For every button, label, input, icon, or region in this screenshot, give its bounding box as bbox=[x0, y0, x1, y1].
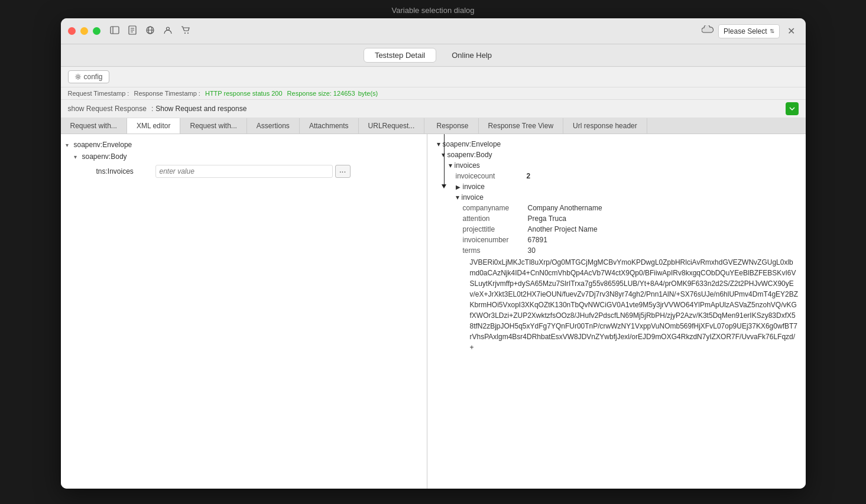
resp-envelope: ▾ soapenv:Envelope bbox=[434, 139, 799, 149]
chevron-right-invoice[interactable]: ▶ bbox=[456, 184, 460, 190]
request-timestamp-label: Request Timestamp : bbox=[68, 90, 129, 97]
resp-companyname-key: companyname bbox=[463, 204, 528, 212]
resp-invoice-expanded: ▾ invoice bbox=[456, 192, 799, 203]
show-request-bar: show Request Response : Show Request and… bbox=[61, 100, 806, 118]
please-select-dropdown[interactable]: Please Select ⇅ bbox=[718, 24, 779, 38]
tab-request-with-1[interactable]: Request with... bbox=[61, 118, 127, 134]
show-request-toggle[interactable] bbox=[786, 102, 799, 115]
titlebar: Please Select ⇅ ✕ bbox=[61, 18, 806, 44]
vertical-arrow-line bbox=[444, 134, 445, 186]
page-title: Variable selection dialog bbox=[0, 0, 866, 18]
left-panel: Editable element ▾ soapenv:Envelope ▾ so… bbox=[61, 134, 427, 489]
resp-long-text: JVBERi0xLjMKJcTl8uXrp/Og0MTGCjMgMCBvYmoK… bbox=[470, 257, 799, 353]
tab-urlrequest[interactable]: URLRequest... bbox=[359, 118, 425, 134]
response-size: Response size: 124653 byte(s) bbox=[287, 90, 378, 97]
vertical-arrow-head bbox=[442, 184, 446, 188]
right-tabs: Response Response Tree View Url response… bbox=[427, 118, 806, 134]
chevron-up-down-icon: ⇅ bbox=[770, 28, 774, 34]
resp-terms-key: terms bbox=[463, 246, 528, 255]
sidebar-icon[interactable] bbox=[110, 25, 119, 37]
body-label: soapenv:Body bbox=[82, 152, 127, 161]
tab-url-response-header[interactable]: Url response header bbox=[563, 118, 647, 134]
tab-attachments[interactable]: Attachments bbox=[300, 118, 359, 134]
http-status: HTTP response status 200 bbox=[205, 90, 283, 97]
tab-request-with-2[interactable]: Request with... bbox=[180, 118, 246, 134]
config-icon bbox=[74, 73, 82, 80]
tab-assertions[interactable]: Assertions bbox=[247, 118, 300, 134]
svg-point-9 bbox=[166, 27, 169, 30]
resp-projecttitle: projecttitle Another Project Name bbox=[463, 224, 799, 235]
show-request-separator: : bbox=[151, 105, 153, 113]
resp-companyname-val: Company Anothername bbox=[528, 204, 602, 212]
tab-teststep-detail[interactable]: Teststep Detail bbox=[364, 48, 436, 63]
resp-invoices-label: invoices bbox=[455, 161, 480, 170]
field-name-invoices: tns:Invoices bbox=[96, 167, 155, 175]
resp-attention: attention Prega Truca bbox=[463, 213, 799, 224]
person-icon[interactable] bbox=[163, 25, 173, 37]
resp-terms-val: 30 bbox=[528, 246, 536, 255]
resp-attention-key: attention bbox=[463, 214, 528, 223]
resp-companyname: companyname Company Anothername bbox=[463, 203, 799, 213]
resp-projecttitle-val: Another Project Name bbox=[528, 225, 598, 233]
resp-invoicecount-val: 2 bbox=[527, 172, 531, 180]
chevron-down-invoice[interactable]: ▾ bbox=[456, 193, 459, 201]
tab-online-help[interactable]: Online Help bbox=[441, 48, 502, 62]
resp-invoicenumber-key: invoicenumber bbox=[463, 236, 528, 244]
resp-terms: terms 30 bbox=[463, 245, 799, 256]
response-timestamp-label: Response Timestamp : bbox=[134, 90, 200, 97]
config-label: config bbox=[84, 73, 103, 81]
config-button[interactable]: config bbox=[68, 70, 109, 83]
field-dots-button[interactable]: ··· bbox=[335, 165, 351, 178]
resp-body: ▾ soapenv:Body bbox=[442, 149, 799, 160]
please-select-label: Please Select bbox=[724, 27, 767, 35]
tab-response-tree-view[interactable]: Response Tree View bbox=[479, 118, 564, 134]
resp-attention-val: Prega Truca bbox=[528, 214, 566, 223]
resp-invoice-expanded-label: invoice bbox=[462, 193, 484, 201]
svg-point-11 bbox=[187, 32, 189, 34]
chevron-resp-envelope[interactable]: ▾ bbox=[437, 140, 440, 148]
envelope-label: soapenv:Envelope bbox=[74, 141, 132, 149]
chevron-body[interactable]: ▾ bbox=[74, 154, 82, 160]
resp-invoicenumber: invoicenumber 67891 bbox=[463, 235, 799, 245]
minimize-traffic-light[interactable] bbox=[80, 27, 88, 35]
main-window: Editable element bbox=[61, 18, 806, 489]
notepad-icon[interactable] bbox=[128, 25, 137, 37]
titlebar-right: Please Select ⇅ ✕ bbox=[702, 24, 798, 38]
resp-invoices: ▾ invoices bbox=[449, 160, 799, 171]
resp-invoicenumber-val: 67891 bbox=[528, 236, 547, 244]
main-content: Editable element ▾ soapenv:Envelope ▾ so… bbox=[61, 134, 806, 489]
resp-invoicecount: invoicecount 2 bbox=[456, 171, 799, 181]
field-input-invoices[interactable] bbox=[155, 165, 333, 178]
maximize-traffic-light[interactable] bbox=[93, 27, 100, 35]
chevron-resp-invoices[interactable]: ▾ bbox=[449, 161, 452, 170]
close-traffic-light[interactable] bbox=[68, 27, 76, 35]
left-tabs: Request with... XML editor Request with.… bbox=[61, 118, 427, 134]
svg-rect-0 bbox=[111, 27, 119, 34]
resp-invoicecount-key: invoicecount bbox=[456, 172, 527, 180]
resp-body-label: soapenv:Body bbox=[447, 151, 492, 159]
tab-response[interactable]: Response bbox=[427, 118, 479, 134]
tree-body: ▾ soapenv:Body bbox=[61, 151, 427, 162]
chevron-envelope[interactable]: ▾ bbox=[66, 142, 74, 148]
tree-envelope: ▾ soapenv:Envelope bbox=[61, 139, 427, 151]
cloud-icon bbox=[702, 25, 713, 37]
cart-icon[interactable] bbox=[181, 25, 190, 37]
chevron-down-icon bbox=[789, 105, 796, 112]
svg-point-12 bbox=[77, 76, 79, 78]
tab-xml-editor[interactable]: XML editor bbox=[127, 118, 181, 134]
status-bar: Request Timestamp : Response Timestamp :… bbox=[61, 87, 806, 100]
tabs-container: Request with... XML editor Request with.… bbox=[61, 118, 806, 134]
right-panel: ▾ soapenv:Envelope ▾ soapenv:Body ▾ invo… bbox=[427, 134, 806, 489]
nav-tabs-bar: Teststep Detail Online Help bbox=[61, 44, 806, 67]
globe-icon[interactable] bbox=[145, 25, 155, 37]
svg-point-10 bbox=[184, 32, 186, 34]
show-request-value: Show Request and response bbox=[155, 105, 246, 113]
show-request-label: show Request Response bbox=[68, 105, 147, 113]
close-button[interactable]: ✕ bbox=[784, 24, 799, 38]
traffic-lights bbox=[68, 27, 100, 35]
resp-envelope-label: soapenv:Envelope bbox=[443, 140, 501, 148]
config-bar: config bbox=[61, 67, 806, 87]
titlebar-icons bbox=[110, 25, 190, 37]
field-row-invoices: tns:Invoices ··· bbox=[61, 162, 427, 180]
chevron-resp-body[interactable]: ▾ bbox=[442, 151, 445, 159]
